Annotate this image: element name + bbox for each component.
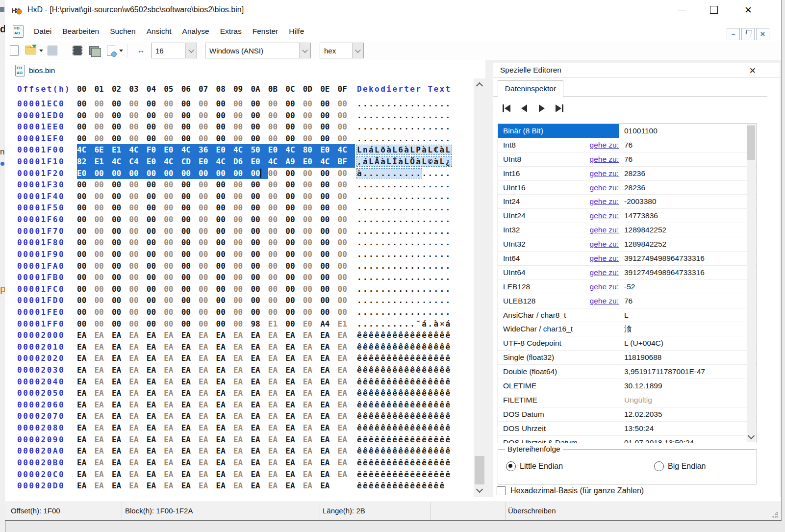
hex-byte[interactable]: EA: [199, 353, 216, 364]
hex-byte[interactable]: 00: [112, 272, 129, 283]
scrollbar-thumb[interactable]: [475, 456, 484, 484]
hex-byte[interactable]: 00: [112, 249, 129, 260]
hex-byte[interactable]: EA: [129, 341, 146, 353]
hex-byte[interactable]: 00: [112, 260, 129, 272]
hex-byte[interactable]: 00: [77, 121, 94, 133]
hex-byte[interactable]: EA: [77, 364, 94, 376]
hex-byte[interactable]: 00: [320, 202, 337, 214]
hex-byte[interactable]: 00: [303, 191, 320, 203]
row-decoded-text[interactable]: êêêêêêêêêêêêêêêê: [357, 353, 452, 364]
hex-byte[interactable]: 00: [338, 110, 355, 122]
row-decoded-text[interactable]: êêêêêêêêêêêêêêêê: [357, 434, 452, 446]
hex-byte[interactable]: 00: [147, 191, 164, 203]
row-decoded-text[interactable]: ................: [357, 191, 452, 203]
hex-byte[interactable]: EA: [129, 329, 146, 341]
inspector-value[interactable]: 3912749498964733316: [619, 252, 757, 265]
hex-byte[interactable]: 00: [147, 272, 164, 283]
hex-byte[interactable]: EA: [268, 399, 285, 411]
hex-base-checkbox-row[interactable]: Hexadezimal-Basis (für ganze Zahlen): [497, 486, 644, 495]
hex-byte[interactable]: 00: [233, 249, 251, 260]
hex-byte[interactable]: D6: [233, 156, 251, 168]
hex-byte[interactable]: EA: [181, 445, 199, 457]
hex-byte[interactable]: 00: [233, 283, 251, 295]
hex-byte[interactable]: EA: [77, 422, 94, 434]
hex-byte[interactable]: 4C: [285, 144, 303, 156]
hex-byte[interactable]: 00: [147, 179, 164, 191]
hex-byte[interactable]: 00: [303, 214, 320, 226]
hex-byte[interactable]: EA: [251, 341, 268, 353]
radio-big-endian[interactable]: Big Endian: [654, 461, 706, 471]
hex-byte[interactable]: 00: [147, 121, 164, 133]
hex-byte[interactable]: 00: [216, 272, 233, 283]
hex-byte[interactable]: EA: [285, 387, 303, 399]
hex-byte[interactable]: EA: [251, 364, 268, 376]
hex-byte[interactable]: 00: [164, 214, 181, 226]
hex-byte[interactable]: 00: [216, 121, 233, 133]
hex-byte[interactable]: EA: [233, 329, 251, 341]
resize-grip[interactable]: [772, 512, 778, 518]
hex-byte[interactable]: EA: [199, 399, 216, 411]
row-decoded-text[interactable]: êêêêêêêêêêêêêêêê: [357, 387, 452, 399]
hex-byte[interactable]: EA: [268, 376, 285, 388]
hex-byte[interactable]: 00: [147, 168, 164, 179]
hex-byte[interactable]: EA: [77, 469, 94, 481]
hex-byte[interactable]: EA: [303, 387, 320, 399]
mdi-restore-button[interactable]: [741, 28, 755, 40]
hex-byte[interactable]: 00: [216, 133, 233, 145]
hex-byte[interactable]: 00: [285, 249, 303, 260]
hex-byte[interactable]: 00: [303, 133, 320, 145]
hex-byte[interactable]: 00: [251, 214, 268, 226]
hex-byte[interactable]: 00: [164, 283, 181, 295]
hex-byte[interactable]: 00: [233, 295, 251, 306]
hex-byte[interactable]: EA: [251, 480, 268, 492]
hex-byte[interactable]: 00: [285, 318, 303, 330]
hex-byte[interactable]: 00: [251, 226, 268, 237]
hex-byte[interactable]: 00: [233, 237, 251, 249]
hex-byte[interactable]: 00: [268, 133, 285, 145]
hex-byte[interactable]: EA: [251, 376, 268, 388]
hex-byte[interactable]: EA: [303, 376, 320, 388]
title-bar[interactable]: H HxD - [H:\privat\git-sourcen\w6502sbc\…: [5, 0, 781, 22]
dropdown-button[interactable]: [185, 43, 197, 58]
row-decoded-text[interactable]: ................: [357, 98, 452, 110]
hex-byte[interactable]: 4C: [338, 144, 355, 156]
hex-byte[interactable]: 00: [338, 295, 355, 306]
hex-byte[interactable]: 00: [181, 168, 199, 179]
hex-byte[interactable]: EA: [199, 410, 216, 422]
hex-byte[interactable]: 00: [285, 260, 303, 272]
hex-byte[interactable]: EA: [285, 329, 303, 341]
inspector-value[interactable]: -2003380: [619, 195, 757, 208]
hex-byte[interactable]: E0: [216, 144, 233, 156]
inspector-value[interactable]: 3,95191711787001E-47: [619, 365, 757, 379]
hex-byte[interactable]: EA: [129, 434, 146, 446]
checkbox-unchecked-icon[interactable]: [497, 486, 506, 495]
hex-byte[interactable]: EA: [181, 376, 199, 388]
hex-byte[interactable]: EA: [233, 341, 251, 353]
menu-item-fenster[interactable]: Fenster: [247, 24, 284, 39]
hex-byte[interactable]: EA: [338, 469, 355, 481]
hex-byte[interactable]: EA: [94, 445, 111, 457]
hex-byte[interactable]: EA: [199, 469, 216, 481]
hex-byte[interactable]: EA: [164, 445, 181, 457]
hex-byte[interactable]: EA: [216, 329, 233, 341]
hex-byte[interactable]: EA: [181, 341, 199, 353]
hex-byte[interactable]: 00: [233, 318, 251, 330]
hex-byte[interactable]: 00: [251, 237, 268, 249]
hex-byte[interactable]: 00: [320, 306, 337, 318]
hex-byte[interactable]: 00: [77, 202, 94, 214]
row-decoded-text[interactable]: ................: [357, 121, 452, 133]
hex-byte[interactable]: EA: [77, 376, 94, 388]
hex-byte[interactable]: 00: [303, 226, 320, 237]
hex-byte[interactable]: EA: [268, 434, 285, 446]
inspector-value[interactable]: 13:50:24: [619, 422, 757, 435]
dropdown-button[interactable]: [299, 43, 310, 58]
hex-byte[interactable]: EA: [147, 445, 164, 457]
save-button[interactable]: [45, 43, 60, 58]
hex-byte[interactable]: 00: [164, 306, 181, 318]
new-file-button[interactable]: [7, 43, 22, 58]
hex-byte[interactable]: EA: [338, 410, 355, 422]
hex-byte[interactable]: 80: [303, 144, 320, 156]
last-byte-button[interactable]: [553, 102, 566, 115]
hex-byte[interactable]: 00: [233, 110, 251, 122]
hex-byte[interactable]: EA: [268, 445, 285, 457]
